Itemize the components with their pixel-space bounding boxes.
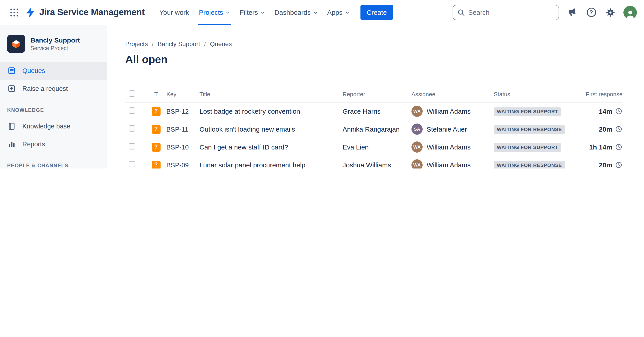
nav-item-label: Apps bbox=[327, 9, 342, 16]
issue-reporter: Eva Lien bbox=[341, 143, 410, 151]
sidebar-item-label: Queues bbox=[22, 67, 45, 74]
sidebar-item-label: Raise a request bbox=[22, 85, 68, 92]
assignee-name: William Adams bbox=[427, 143, 471, 151]
issue-key[interactable]: BSP-09 bbox=[164, 161, 198, 169]
status-badge: WAITING FOR RESPONSE bbox=[494, 161, 565, 169]
issue-type-icon: ? bbox=[152, 125, 160, 134]
sidebar-item-raise-a-request[interactable]: Raise a request bbox=[0, 80, 107, 98]
breadcrumb-queues[interactable]: Queues bbox=[210, 40, 232, 48]
issue-reporter: Joshua Williams bbox=[341, 161, 410, 169]
assignee-avatar: WA bbox=[412, 141, 422, 153]
assignee-name: William Adams bbox=[427, 107, 471, 115]
app-switcher-icon[interactable] bbox=[7, 5, 22, 20]
column-first-response: First response bbox=[577, 91, 622, 98]
settings-icon[interactable] bbox=[604, 6, 617, 19]
row-checkbox[interactable] bbox=[129, 161, 135, 167]
assignee-name: Stefanie Auer bbox=[427, 125, 467, 133]
nav-item-your-work[interactable]: Your work bbox=[154, 0, 194, 25]
table-row[interactable]: ? BSP-12 Lost badge at rocketry conventi… bbox=[125, 103, 622, 120]
first-response-time: 1h 14m bbox=[589, 143, 612, 151]
chevron-down-icon bbox=[345, 11, 349, 15]
row-checkbox[interactable] bbox=[129, 125, 135, 131]
page-title: All open bbox=[125, 53, 622, 66]
assignee-avatar: WA bbox=[412, 159, 422, 169]
nav-item-apps[interactable]: Apps bbox=[322, 0, 354, 25]
navbar-right-cluster: ? bbox=[452, 5, 637, 20]
nav-item-label: Filters bbox=[240, 9, 258, 16]
status-badge: WAITING FOR SUPPORT bbox=[494, 143, 561, 152]
reports-icon bbox=[7, 140, 16, 149]
project-header[interactable]: Bancly Support Service Project bbox=[0, 33, 107, 62]
column-type: T bbox=[148, 91, 164, 98]
sidebar-item-label: Knowledge base bbox=[22, 123, 70, 130]
first-response-time: 14m bbox=[599, 107, 612, 115]
issue-type-icon: ? bbox=[152, 143, 160, 152]
sidebar-item-reports[interactable]: Reports bbox=[0, 135, 107, 153]
issue-title[interactable]: Lost badge at rocketry convention bbox=[198, 107, 341, 115]
column-status: Status bbox=[492, 91, 577, 98]
nav-item-projects[interactable]: Projects bbox=[194, 0, 234, 25]
announcements-icon[interactable] bbox=[566, 6, 578, 19]
issue-title[interactable]: Can I get a new staff ID card? bbox=[198, 143, 341, 151]
nav-item-filters[interactable]: Filters bbox=[235, 0, 270, 25]
sidebar-section-people-channels: PEOPLE & CHANNELS bbox=[0, 153, 107, 169]
nav-item-dashboards[interactable]: Dashboards bbox=[270, 0, 322, 25]
user-avatar[interactable] bbox=[624, 6, 637, 19]
nav-item-label: Projects bbox=[199, 9, 223, 16]
queue-table-body: ? BSP-12 Lost badge at rocketry conventi… bbox=[125, 103, 622, 169]
issue-key[interactable]: BSP-10 bbox=[164, 143, 198, 151]
help-icon[interactable]: ? bbox=[585, 6, 598, 19]
jira-service-management-app: Jira Service Management Your work Projec… bbox=[0, 0, 644, 169]
status-badge: WAITING FOR SUPPORT bbox=[494, 107, 561, 116]
first-response-time: 20m bbox=[599, 125, 612, 133]
knowledge-base-icon bbox=[7, 122, 16, 131]
select-all-checkbox[interactable] bbox=[129, 90, 135, 97]
row-checkbox[interactable] bbox=[129, 107, 135, 113]
chevron-down-icon bbox=[226, 11, 230, 15]
issue-title[interactable]: Lunar solar panel procurement help bbox=[198, 161, 341, 169]
table-row[interactable]: ? BSP-11 Outlook isn't loading new email… bbox=[125, 120, 622, 138]
assignee-avatar: WA bbox=[412, 106, 422, 117]
column-key: Key bbox=[164, 91, 198, 98]
help-glyph: ? bbox=[586, 8, 596, 17]
sidebar-item-label: Reports bbox=[22, 141, 45, 148]
breadcrumb: Projects / Bancly Support / Queues bbox=[125, 40, 622, 48]
top-navbar: Jira Service Management Your work Projec… bbox=[0, 0, 644, 25]
issue-type-icon: ? bbox=[152, 107, 160, 116]
issue-key[interactable]: BSP-11 bbox=[164, 126, 198, 133]
create-button[interactable]: Create bbox=[360, 5, 393, 20]
queues-icon bbox=[7, 66, 16, 75]
sidebar-item-knowledge-base[interactable]: Knowledge base bbox=[0, 117, 107, 135]
sidebar-item-queues[interactable]: Queues bbox=[0, 62, 107, 80]
table-row[interactable]: ? BSP-09 Lunar solar panel procurement h… bbox=[125, 156, 622, 169]
first-response-time: 20m bbox=[599, 161, 612, 169]
search-input[interactable] bbox=[452, 5, 559, 20]
breadcrumb-separator: / bbox=[152, 40, 154, 48]
global-search bbox=[452, 5, 559, 20]
issue-title[interactable]: Outlook isn't loading new emails bbox=[198, 125, 341, 133]
issue-reporter: Grace Harris bbox=[341, 107, 410, 115]
grid-dots-icon bbox=[10, 8, 19, 17]
assignee-avatar: SA bbox=[412, 124, 422, 135]
project-name: Bancly Support bbox=[30, 36, 80, 45]
issue-key[interactable]: BSP-12 bbox=[164, 108, 198, 115]
queue-table-header: T Key Title Reporter Assignee Status Fir… bbox=[125, 86, 622, 103]
clock-icon bbox=[615, 143, 622, 151]
breadcrumb-projects[interactable]: Projects bbox=[125, 40, 148, 48]
chevron-down-icon bbox=[313, 11, 317, 15]
main-content: Projects / Bancly Support / Queues All o… bbox=[107, 25, 644, 169]
brand-logo[interactable]: Jira Service Management bbox=[25, 7, 145, 18]
sidebar-section-knowledge: KNOWLEDGE bbox=[0, 98, 107, 117]
assignee-name: William Adams bbox=[427, 161, 471, 169]
issue-reporter: Annika Rangarajan bbox=[341, 125, 410, 133]
table-row[interactable]: ? BSP-10 Can I get a new staff ID card? … bbox=[125, 138, 622, 156]
breadcrumb-project[interactable]: Bancly Support bbox=[158, 40, 200, 48]
raise-request-icon bbox=[7, 84, 16, 93]
column-reporter: Reporter bbox=[341, 91, 410, 98]
row-checkbox[interactable] bbox=[129, 143, 135, 149]
project-avatar bbox=[7, 35, 25, 53]
clock-icon bbox=[615, 161, 622, 169]
primary-nav: Your work Projects Filters Dashboards Ap… bbox=[154, 0, 354, 25]
jira-bolt-icon bbox=[25, 7, 36, 18]
breadcrumb-separator: / bbox=[204, 40, 206, 48]
